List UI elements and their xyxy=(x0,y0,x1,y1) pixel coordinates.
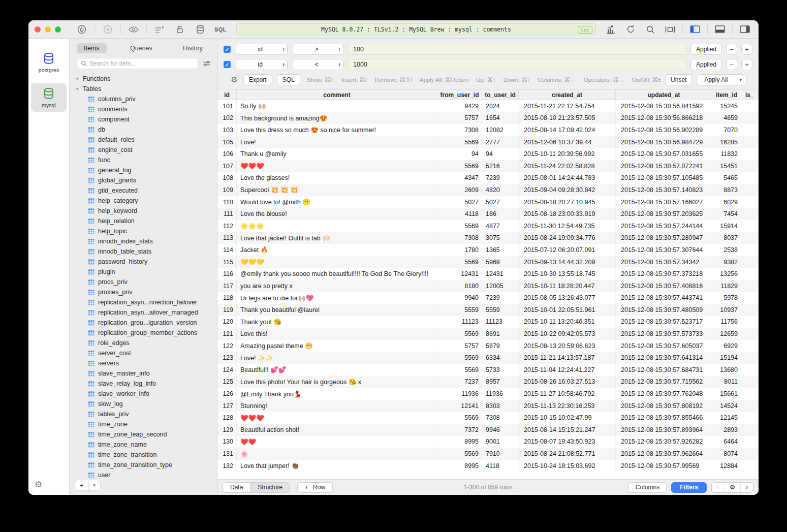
cell-comment[interactable]: Stunning! xyxy=(237,400,437,412)
cell-from-user-id[interactable]: 4347 xyxy=(437,172,482,184)
cell-from-user-id[interactable]: 7308 xyxy=(437,232,482,244)
cell-is[interactable] xyxy=(741,364,759,376)
cell-to-user-id[interactable]: 94 xyxy=(482,148,519,160)
cell-created-at[interactable]: 2015-11-27 10:58:46.792 xyxy=(519,388,616,400)
cell-created-at[interactable]: 2015-10-01 22:05:51.961 xyxy=(519,304,616,316)
database-icon[interactable] xyxy=(193,24,208,35)
cell-item-id[interactable]: 12145 xyxy=(712,412,741,424)
cell-is[interactable] xyxy=(741,124,759,136)
sidebar-item-table[interactable]: server_cost xyxy=(75,348,217,358)
chevron-down-icon[interactable]: ▾ xyxy=(88,480,101,490)
cell-is[interactable] xyxy=(741,328,759,340)
cell-from-user-id[interactable]: 5569 xyxy=(437,352,482,364)
column-header-updated-at[interactable]: updated_at xyxy=(616,90,712,100)
filter-checkbox[interactable]: ✓ xyxy=(224,61,231,68)
search-input[interactable] xyxy=(89,60,195,67)
cell-updated-at[interactable]: 2015-12-08 15:30:57.480509 xyxy=(616,304,712,316)
apply-all-button[interactable]: Apply All ▾ xyxy=(697,74,746,85)
cell-from-user-id[interactable]: 8995 xyxy=(437,436,482,448)
filter-sliders-icon[interactable] xyxy=(203,60,211,67)
cell-to-user-id[interactable]: 7239 xyxy=(482,172,519,184)
filter-checkbox[interactable]: ✓ xyxy=(224,46,231,53)
cell-from-user-id[interactable]: 9940 xyxy=(437,292,482,304)
cell-id[interactable]: 103 xyxy=(217,124,237,136)
tab-structure[interactable]: Structure xyxy=(250,483,290,492)
column-header-comment[interactable]: comment xyxy=(237,90,437,100)
cell-id[interactable]: 123 xyxy=(217,352,237,364)
search-icon[interactable] xyxy=(643,24,658,35)
cell-created-at[interactable]: 2015-08-18 23:00:33.919 xyxy=(519,208,616,220)
cell-from-user-id[interactable]: 12431 xyxy=(437,268,482,280)
cell-to-user-id[interactable]: 5216 xyxy=(482,160,519,172)
cell-to-user-id[interactable]: 2777 xyxy=(482,136,519,148)
tab-history[interactable]: History xyxy=(176,43,210,53)
sidebar-item-table[interactable]: user xyxy=(75,470,217,479)
cell-created-at[interactable]: 2015-07-12 06:20:07.091 xyxy=(519,244,616,256)
close-button[interactable] xyxy=(35,26,41,33)
cell-comment[interactable]: So fly 🙌🏼 xyxy=(237,100,437,112)
cell-updated-at[interactable]: 2015-12-08 15:30:57.408816 xyxy=(616,280,712,292)
sidebar-item-table[interactable]: time_zone_leap_second xyxy=(75,429,217,440)
cell-from-user-id[interactable]: 5569 xyxy=(437,328,482,340)
connection-title-field[interactable]: MySQL 8.0.27 : TLSv1.2 : MySQL Brew : my… xyxy=(236,23,596,35)
cell-is[interactable] xyxy=(741,460,759,472)
sidebar-item-table[interactable]: slave_master_info xyxy=(75,368,217,379)
cell-updated-at[interactable]: 2015-12-08 15:30:57.962664 xyxy=(616,448,712,460)
cell-to-user-id[interactable]: 12005 xyxy=(482,280,519,292)
cell-from-user-id[interactable]: 8995 xyxy=(437,460,482,472)
cell-updated-at[interactable]: 2015-12-08 15:30:57.808192 xyxy=(616,400,712,412)
cell-id[interactable]: 122 xyxy=(217,340,237,352)
connection-postgres[interactable]: postgres xyxy=(31,48,67,77)
cell-created-at[interactable]: 2015-08-07 19:43:50.923 xyxy=(519,436,616,448)
sidebar-item-table[interactable]: slave_relay_log_info xyxy=(75,379,217,389)
page-settings-gear-icon[interactable]: ⚙ xyxy=(724,483,740,492)
table-row[interactable]: 126 @Emily Thank you💃🏾 11936 11936 2015-… xyxy=(217,388,759,400)
filter-column-dropdown[interactable]: id ▲▼ xyxy=(236,44,288,55)
cell-from-user-id[interactable]: 5559 xyxy=(437,304,482,316)
cell-is[interactable] xyxy=(741,424,759,436)
table-row[interactable]: 127 Stunning! 12141 8303 2015-11-13 22:3… xyxy=(217,400,759,412)
cell-updated-at[interactable]: 2015-12-08 15:30:57.523717 xyxy=(616,316,712,328)
cell-to-user-id[interactable]: 5733 xyxy=(482,364,519,376)
cell-item-id[interactable]: 15245 xyxy=(712,100,741,112)
cell-comment[interactable]: Thank you beautiful @laurel xyxy=(237,304,437,316)
cell-is[interactable] xyxy=(741,184,759,196)
cell-is[interactable] xyxy=(741,160,759,172)
cell-item-id[interactable]: 9382 xyxy=(712,256,741,268)
cell-to-user-id[interactable]: 186 xyxy=(482,208,519,220)
zoom-button[interactable] xyxy=(55,26,61,33)
remove-filter-button[interactable]: − xyxy=(726,44,737,55)
chart-icon[interactable] xyxy=(603,24,618,35)
remove-filter-button[interactable]: − xyxy=(726,59,737,70)
cell-updated-at[interactable]: 2015-12-08 15:30:57.105485 xyxy=(616,172,712,184)
prev-page-icon[interactable]: ‹ xyxy=(712,483,724,492)
refresh-icon[interactable] xyxy=(623,24,638,35)
cell-created-at[interactable]: 2015-08-18 20:27:10.945 xyxy=(519,196,616,208)
cell-id[interactable]: 118 xyxy=(217,292,237,304)
table-row[interactable]: 125 Love this photo! Your hair is gorgeo… xyxy=(217,376,759,388)
cell-from-user-id[interactable]: 5569 xyxy=(437,220,482,232)
cell-comment[interactable]: Thank you! 😘 xyxy=(237,316,437,328)
cell-from-user-id[interactable]: 94 xyxy=(437,148,482,160)
cell-comment[interactable]: 🌸 xyxy=(237,448,437,460)
sidebar-item-table[interactable]: db xyxy=(75,124,217,135)
cell-to-user-id[interactable]: 6334 xyxy=(482,352,519,364)
cell-is[interactable] xyxy=(741,316,759,328)
cell-id[interactable]: 105 xyxy=(217,136,237,148)
cell-created-at[interactable]: 2015-11-24 22:02:58.828 xyxy=(519,160,616,172)
sidebar-item-table[interactable]: help_topic xyxy=(75,226,217,236)
cell-to-user-id[interactable]: 11123 xyxy=(482,316,519,328)
tab-queries[interactable]: Queries xyxy=(123,43,160,53)
settings-gear-icon[interactable]: ⚙ xyxy=(35,479,42,490)
table-row[interactable]: 111 Love the blouse! 4118 186 2015-08-18… xyxy=(217,208,759,220)
cell-is[interactable] xyxy=(741,352,759,364)
cell-updated-at[interactable]: 2015-12-08 15:30:57.166027 xyxy=(616,196,712,208)
table-row[interactable]: 123 Love! ✨✨ 5569 6334 2015-11-21 14:13:… xyxy=(217,352,759,364)
table-row[interactable]: 120 Thank you! 😘 11123 11123 2015-10-11 … xyxy=(217,316,759,328)
cell-updated-at[interactable]: 2015-12-08 15:30:57.893964 xyxy=(616,424,712,436)
cell-created-at[interactable]: 2015-10-11 18:28:20.447 xyxy=(519,280,616,292)
cell-created-at[interactable]: 2015-08-13 20:59:06.623 xyxy=(519,340,616,352)
cell-comment[interactable]: ❤️❤️❤️ xyxy=(237,412,437,424)
sidebar-item-table[interactable]: gtid_executed xyxy=(75,185,217,196)
sidebar-item-table[interactable]: time_zone_transition_type xyxy=(75,460,217,470)
